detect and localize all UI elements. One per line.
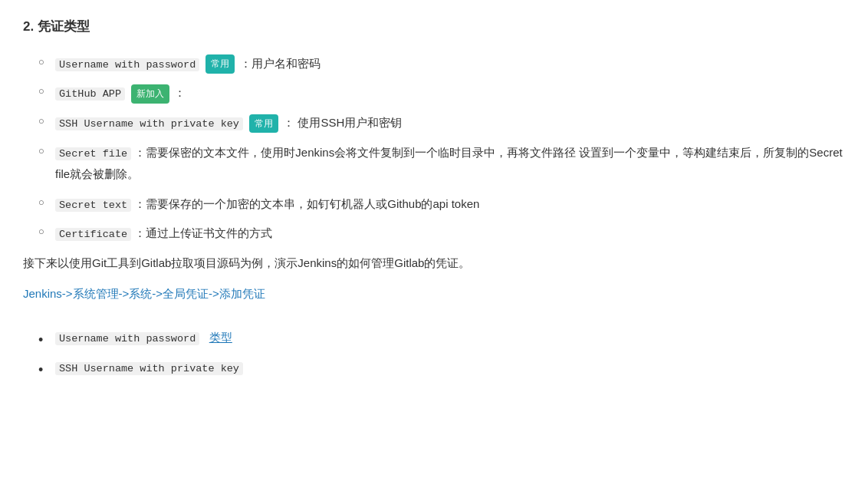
list-item-secret-file: Secret file ：需要保密的文本文件，使用时Jenkins会将文件复制到… xyxy=(38,142,845,186)
desc-certificate: ：通过上传证书文件的方式 xyxy=(134,226,272,239)
nav-link[interactable]: Jenkins->系统管理->系统->全局凭证->添加凭证 xyxy=(23,283,265,304)
section-title: 2. 凭证类型 xyxy=(23,15,845,39)
code-ssh-username: SSH Username with private key xyxy=(55,117,243,130)
list-item-certificate: Certificate ：通过上传证书文件的方式 xyxy=(38,223,845,245)
code-secret-file: Secret file xyxy=(55,147,131,160)
desc-ssh-username: ： 使用SSH用户和密钥 xyxy=(283,116,402,129)
desc-username-password: ：用户名和密码 xyxy=(240,57,321,70)
code-github-app: GitHub APP xyxy=(55,87,125,101)
badge-common-2: 常用 xyxy=(249,114,278,134)
bullet-type-label[interactable]: 类型 xyxy=(209,331,232,344)
code-secret-text: Secret text xyxy=(55,199,131,212)
list-item-ssh-username: SSH Username with private key 常用 ： 使用SSH… xyxy=(38,112,845,134)
badge-new-1: 新加入 xyxy=(131,84,169,104)
list-item-username-password: Username with password 常用 ：用户名和密码 xyxy=(38,53,845,75)
badge-common-1: 常用 xyxy=(205,54,235,74)
bullet-item-username-password: Username with password 类型 xyxy=(38,327,845,349)
list-item-secret-text: Secret text ：需要保存的一个加密的文本串，如钉钉机器人或Github… xyxy=(38,193,845,216)
bullet-list: Username with password 类型 SSH Username w… xyxy=(23,327,845,378)
code-username-password: Username with password xyxy=(55,58,199,71)
bullet-item-ssh-username: SSH Username with private key xyxy=(38,357,845,379)
bullet-code-ssh-username: SSH Username with private key xyxy=(55,362,243,375)
desc-secret-text: ：需要保存的一个加密的文本串，如钉钉机器人或Github的api token xyxy=(134,197,479,210)
intro-paragraph: 接下来以使用Git工具到Gitlab拉取项目源码为例，演示Jenkins的如何管… xyxy=(23,252,845,275)
desc-github-app: ： xyxy=(174,86,186,99)
list-item-github-app: GitHub APP 新加入 ： xyxy=(38,82,845,104)
code-certificate: Certificate xyxy=(55,228,131,241)
desc-secret-file: ：需要保密的文本文件，使用时Jenkins会将文件复制到一个临时目录中，再将文件… xyxy=(55,146,843,181)
bullet-code-username-password: Username with password xyxy=(55,332,199,345)
credential-types-list: Username with password 常用 ：用户名和密码 GitHub… xyxy=(23,53,845,245)
